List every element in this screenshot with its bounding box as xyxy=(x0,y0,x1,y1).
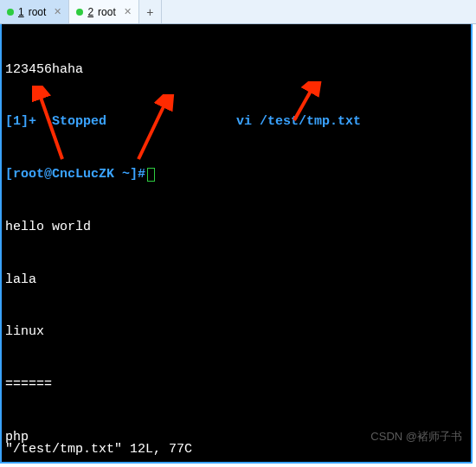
watermark: CSDN @褚师子书 xyxy=(370,429,462,445)
job-status: [1]+ Stopped xyxy=(5,113,106,131)
tab-number: 2 xyxy=(87,6,93,18)
stopped-job-line: [1]+ Stopped vi /test/tmp.txt xyxy=(5,113,467,131)
tab-1[interactable]: 1 root ✕ xyxy=(0,0,69,23)
status-dot-icon xyxy=(76,9,83,16)
terminal-line: 123456haha xyxy=(5,61,467,79)
vi-status-line: "/test/tmp.txt" 12L, 77C xyxy=(5,441,192,458)
tab-label: root xyxy=(29,6,47,18)
shell-prompt: [root@CncLucZK ~]# xyxy=(5,166,145,183)
terminal-line: linux xyxy=(5,323,467,341)
new-tab-button[interactable]: + xyxy=(139,0,162,23)
terminal-line: lala xyxy=(5,272,467,289)
terminal[interactable]: 123456haha [1]+ Stopped vi /test/tmp.txt… xyxy=(0,24,473,464)
tab-label: root xyxy=(98,6,116,18)
terminal-line: hello world xyxy=(5,219,467,236)
close-icon[interactable]: ✕ xyxy=(124,6,132,17)
tab-number: 1 xyxy=(18,6,24,18)
status-dot-icon xyxy=(7,9,14,16)
terminal-line: ====== xyxy=(5,376,467,393)
cursor-icon xyxy=(147,168,155,182)
tab-2[interactable]: 2 root ✕ xyxy=(69,0,138,23)
prompt-line: [root@CncLucZK ~]# xyxy=(5,166,467,183)
tab-bar: 1 root ✕ 2 root ✕ + xyxy=(0,0,476,24)
close-icon[interactable]: ✕ xyxy=(54,6,61,17)
job-command: vi /test/tmp.txt xyxy=(236,113,361,131)
